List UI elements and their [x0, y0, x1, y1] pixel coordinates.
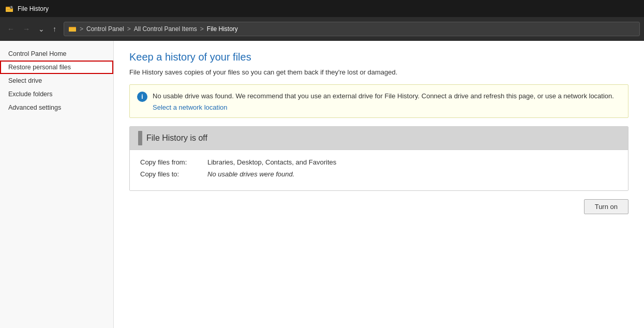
breadcrumb-control-panel[interactable]: Control Panel — [86, 25, 124, 33]
up-button[interactable]: ↑ — [50, 23, 59, 35]
copy-from-value: Libraries, Desktop, Contacts, and Favori… — [207, 158, 336, 166]
sidebar-item-select-drive[interactable]: Select drive — [0, 74, 113, 87]
copy-to-row: Copy files to: No usable drives were fou… — [140, 170, 618, 178]
address-folder-icon — [68, 25, 77, 33]
warning-message: No usable drive was found. We recommend … — [153, 92, 614, 100]
warning-content: No usable drive was found. We recommend … — [153, 91, 614, 111]
title-bar: File History — [0, 0, 644, 17]
dropdown-button[interactable]: ⌄ — [35, 23, 48, 35]
main-layout: Control Panel Home Restore personal file… — [0, 41, 644, 328]
page-title: Keep a history of your files — [129, 51, 628, 63]
copy-from-row: Copy files from: Libraries, Desktop, Con… — [140, 158, 618, 166]
copy-from-label: Copy files from: — [140, 158, 207, 166]
back-button[interactable]: ← — [4, 23, 18, 35]
title-bar-text: File History — [18, 5, 49, 12]
sidebar-item-restore-personal-files[interactable]: Restore personal files — [0, 61, 113, 74]
sidebar-item-advanced-settings[interactable]: Advanced settings — [0, 101, 113, 114]
page-subtitle: File History saves copies of your files … — [129, 68, 628, 76]
svg-rect-8 — [69, 28, 76, 32]
network-location-link[interactable]: Select a network location — [153, 103, 614, 111]
turn-on-button[interactable]: Turn on — [584, 199, 628, 214]
address-bar[interactable]: > Control Panel > All Control Panel Item… — [64, 22, 640, 36]
copy-to-value: No usable drives were found. — [207, 170, 294, 178]
app-icon — [5, 5, 13, 13]
forward-button[interactable]: → — [20, 23, 33, 35]
info-icon: i — [137, 92, 147, 102]
sidebar-item-exclude-folders[interactable]: Exclude folders — [0, 87, 113, 101]
nav-bar: ← → ⌄ ↑ > Control Panel > All Control Pa… — [0, 17, 644, 41]
sep1: > — [80, 25, 83, 33]
svg-rect-2 — [7, 9, 12, 10]
button-row: Turn on — [129, 199, 628, 214]
status-body: Copy files from: Libraries, Desktop, Con… — [130, 150, 628, 190]
breadcrumb-all-items[interactable]: All Control Panel Items — [134, 25, 197, 33]
status-title: File History is off — [146, 133, 207, 143]
copy-to-label: Copy files to: — [140, 170, 207, 178]
status-panel: File History is off Copy files from: Lib… — [129, 126, 628, 191]
sidebar-item-control-panel-home[interactable]: Control Panel Home — [0, 47, 113, 61]
sidebar: Control Panel Home Restore personal file… — [0, 41, 114, 328]
warning-box: i No usable drive was found. We recommen… — [129, 84, 628, 118]
breadcrumb-file-history[interactable]: File History — [207, 25, 238, 33]
status-header: File History is off — [130, 127, 628, 150]
status-bar-icon — [138, 131, 142, 145]
sep3: > — [200, 25, 204, 33]
sep2: > — [127, 25, 131, 33]
content-area: Keep a history of your files File Histor… — [114, 41, 644, 328]
